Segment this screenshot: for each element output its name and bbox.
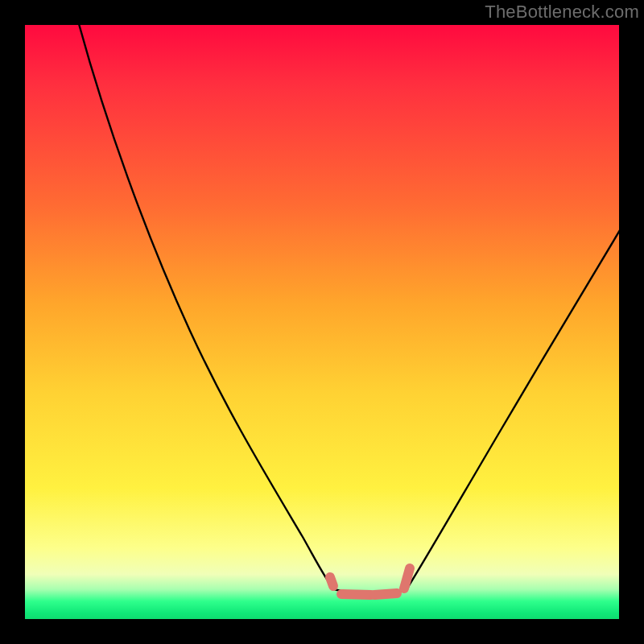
chart-marker-icon	[330, 577, 333, 586]
chart-marker-icon	[341, 594, 371, 595]
watermark-text: TheBottleneck.com	[485, 2, 639, 23]
chart-marker-icon	[374, 593, 397, 595]
curve-right-branch	[408, 226, 619, 587]
chart-stage: TheBottleneck.com	[0, 0, 644, 644]
chart-marker-icon	[404, 568, 410, 588]
valley-marker-group	[330, 568, 410, 595]
plot-area	[25, 25, 619, 619]
curve-overlay	[25, 25, 619, 619]
curve-left-branch	[78, 25, 334, 589]
